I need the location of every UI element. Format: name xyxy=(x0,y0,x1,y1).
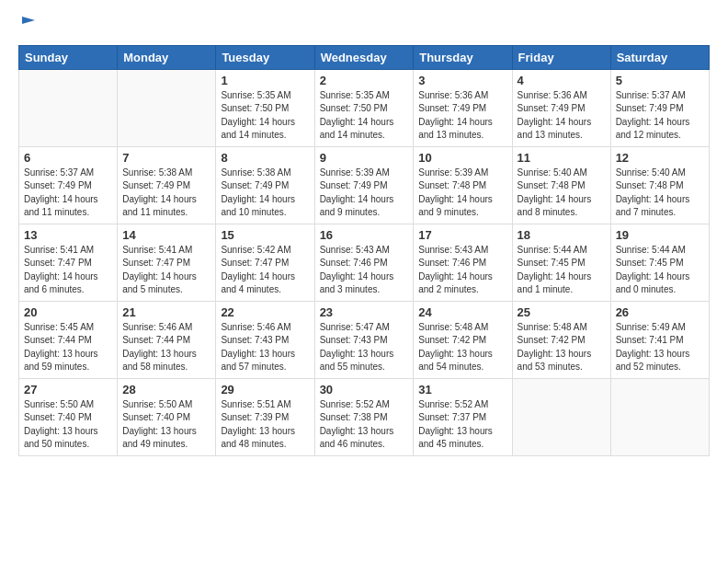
day-info: Sunrise: 5:48 AMSunset: 7:42 PMDaylight:… xyxy=(518,321,606,374)
calendar-cell: 1Sunrise: 5:35 AMSunset: 7:50 PMDaylight… xyxy=(216,69,314,146)
calendar-cell: 5Sunrise: 5:37 AMSunset: 7:49 PMDaylight… xyxy=(610,69,709,146)
day-number: 4 xyxy=(518,74,606,87)
week-row-3: 13Sunrise: 5:41 AMSunset: 7:47 PMDayligh… xyxy=(19,224,710,301)
day-number: 5 xyxy=(616,74,704,87)
day-info: Sunrise: 5:51 AMSunset: 7:39 PMDaylight:… xyxy=(221,398,309,452)
day-number: 25 xyxy=(518,305,606,319)
calendar-cell: 6Sunrise: 5:37 AMSunset: 7:49 PMDaylight… xyxy=(19,146,118,224)
calendar-cell: 2Sunrise: 5:35 AMSunset: 7:50 PMDaylight… xyxy=(314,69,414,146)
day-info: Sunrise: 5:52 AMSunset: 7:38 PMDaylight:… xyxy=(320,398,409,452)
day-number: 22 xyxy=(221,305,309,319)
calendar-cell xyxy=(19,69,118,146)
day-number: 21 xyxy=(122,305,210,319)
day-info: Sunrise: 5:35 AMSunset: 7:50 PMDaylight:… xyxy=(320,89,409,143)
week-row-5: 27Sunrise: 5:50 AMSunset: 7:40 PMDayligh… xyxy=(19,378,710,455)
calendar-cell xyxy=(512,378,610,455)
day-info: Sunrise: 5:49 AMSunset: 7:41 PMDaylight:… xyxy=(616,321,704,374)
day-info: Sunrise: 5:41 AMSunset: 7:47 PMDaylight:… xyxy=(24,244,112,297)
day-info: Sunrise: 5:48 AMSunset: 7:42 PMDaylight:… xyxy=(418,321,506,374)
day-number: 6 xyxy=(24,151,112,165)
logo-flag-icon xyxy=(20,15,37,31)
calendar-cell: 7Sunrise: 5:38 AMSunset: 7:49 PMDaylight… xyxy=(118,146,216,224)
day-info: Sunrise: 5:36 AMSunset: 7:49 PMDaylight:… xyxy=(518,89,606,143)
day-info: Sunrise: 5:44 AMSunset: 7:45 PMDaylight:… xyxy=(518,244,606,297)
calendar-cell: 10Sunrise: 5:39 AMSunset: 7:48 PMDayligh… xyxy=(414,146,512,224)
calendar-cell: 16Sunrise: 5:43 AMSunset: 7:46 PMDayligh… xyxy=(314,224,414,301)
day-info: Sunrise: 5:38 AMSunset: 7:49 PMDaylight:… xyxy=(122,167,210,220)
day-info: Sunrise: 5:44 AMSunset: 7:45 PMDaylight:… xyxy=(616,244,704,297)
day-number: 28 xyxy=(122,383,210,396)
day-number: 10 xyxy=(418,151,506,165)
day-number: 13 xyxy=(24,228,112,242)
day-number: 23 xyxy=(320,305,409,319)
calendar-cell: 28Sunrise: 5:50 AMSunset: 7:40 PMDayligh… xyxy=(118,378,216,455)
day-number: 30 xyxy=(320,383,409,396)
day-info: Sunrise: 5:39 AMSunset: 7:48 PMDaylight:… xyxy=(418,167,506,220)
day-number: 8 xyxy=(221,151,309,165)
svg-marker-0 xyxy=(22,17,35,24)
calendar-cell xyxy=(118,69,216,146)
day-number: 12 xyxy=(616,151,704,165)
calendar-cell: 25Sunrise: 5:48 AMSunset: 7:42 PMDayligh… xyxy=(512,301,610,378)
day-number: 26 xyxy=(616,305,704,319)
day-number: 7 xyxy=(122,151,210,165)
calendar-cell: 12Sunrise: 5:40 AMSunset: 7:48 PMDayligh… xyxy=(610,146,709,224)
day-number: 18 xyxy=(518,228,606,242)
calendar-cell: 27Sunrise: 5:50 AMSunset: 7:40 PMDayligh… xyxy=(19,378,118,455)
day-info: Sunrise: 5:46 AMSunset: 7:43 PMDaylight:… xyxy=(221,321,309,374)
weekday-header-sunday: Sunday xyxy=(19,45,118,69)
day-number: 31 xyxy=(418,383,506,396)
weekday-header-wednesday: Wednesday xyxy=(314,45,414,69)
calendar-cell: 4Sunrise: 5:36 AMSunset: 7:49 PMDaylight… xyxy=(512,69,610,146)
calendar-cell: 15Sunrise: 5:42 AMSunset: 7:47 PMDayligh… xyxy=(216,224,314,301)
calendar-cell: 9Sunrise: 5:39 AMSunset: 7:49 PMDaylight… xyxy=(314,146,414,224)
calendar-cell: 13Sunrise: 5:41 AMSunset: 7:47 PMDayligh… xyxy=(19,224,118,301)
calendar-cell: 22Sunrise: 5:46 AMSunset: 7:43 PMDayligh… xyxy=(216,301,314,378)
day-info: Sunrise: 5:41 AMSunset: 7:47 PMDaylight:… xyxy=(122,244,210,297)
day-number: 2 xyxy=(320,74,409,87)
day-number: 9 xyxy=(320,151,409,165)
header xyxy=(18,15,710,36)
day-info: Sunrise: 5:42 AMSunset: 7:47 PMDaylight:… xyxy=(221,244,309,297)
day-number: 16 xyxy=(320,228,409,242)
day-number: 29 xyxy=(221,383,309,396)
weekday-header-tuesday: Tuesday xyxy=(216,45,314,69)
calendar-cell: 14Sunrise: 5:41 AMSunset: 7:47 PMDayligh… xyxy=(118,224,216,301)
day-number: 20 xyxy=(24,305,112,319)
weekday-header-row: SundayMondayTuesdayWednesdayThursdayFrid… xyxy=(19,45,710,69)
calendar-cell: 11Sunrise: 5:40 AMSunset: 7:48 PMDayligh… xyxy=(512,146,610,224)
weekday-header-saturday: Saturday xyxy=(610,45,709,69)
calendar-cell: 20Sunrise: 5:45 AMSunset: 7:44 PMDayligh… xyxy=(19,301,118,378)
day-info: Sunrise: 5:38 AMSunset: 7:49 PMDaylight:… xyxy=(221,167,309,220)
calendar-cell xyxy=(610,378,709,455)
day-number: 27 xyxy=(24,383,112,396)
day-number: 1 xyxy=(221,74,309,87)
day-info: Sunrise: 5:40 AMSunset: 7:48 PMDaylight:… xyxy=(518,167,606,220)
day-number: 19 xyxy=(616,228,704,242)
day-number: 11 xyxy=(518,151,606,165)
weekday-header-monday: Monday xyxy=(118,45,216,69)
weekday-header-friday: Friday xyxy=(512,45,610,69)
day-info: Sunrise: 5:37 AMSunset: 7:49 PMDaylight:… xyxy=(24,167,112,220)
page: SundayMondayTuesdayWednesdayThursdayFrid… xyxy=(0,0,728,467)
week-row-4: 20Sunrise: 5:45 AMSunset: 7:44 PMDayligh… xyxy=(19,301,710,378)
calendar-cell: 18Sunrise: 5:44 AMSunset: 7:45 PMDayligh… xyxy=(512,224,610,301)
day-info: Sunrise: 5:35 AMSunset: 7:50 PMDaylight:… xyxy=(221,89,309,143)
day-number: 24 xyxy=(418,305,506,319)
day-info: Sunrise: 5:37 AMSunset: 7:49 PMDaylight:… xyxy=(616,89,704,143)
day-info: Sunrise: 5:45 AMSunset: 7:44 PMDaylight:… xyxy=(24,321,112,374)
day-info: Sunrise: 5:47 AMSunset: 7:43 PMDaylight:… xyxy=(320,321,409,374)
day-info: Sunrise: 5:43 AMSunset: 7:46 PMDaylight:… xyxy=(320,244,409,297)
calendar-cell: 24Sunrise: 5:48 AMSunset: 7:42 PMDayligh… xyxy=(414,301,512,378)
day-info: Sunrise: 5:39 AMSunset: 7:49 PMDaylight:… xyxy=(320,167,409,220)
day-info: Sunrise: 5:36 AMSunset: 7:49 PMDaylight:… xyxy=(418,89,506,143)
week-row-1: 1Sunrise: 5:35 AMSunset: 7:50 PMDaylight… xyxy=(19,69,710,146)
calendar-cell: 19Sunrise: 5:44 AMSunset: 7:45 PMDayligh… xyxy=(610,224,709,301)
calendar-table: SundayMondayTuesdayWednesdayThursdayFrid… xyxy=(18,45,710,456)
weekday-header-thursday: Thursday xyxy=(414,45,512,69)
day-number: 14 xyxy=(122,228,210,242)
calendar-cell: 21Sunrise: 5:46 AMSunset: 7:44 PMDayligh… xyxy=(118,301,216,378)
calendar-cell: 31Sunrise: 5:52 AMSunset: 7:37 PMDayligh… xyxy=(414,378,512,455)
day-number: 17 xyxy=(418,228,506,242)
week-row-2: 6Sunrise: 5:37 AMSunset: 7:49 PMDaylight… xyxy=(19,146,710,224)
